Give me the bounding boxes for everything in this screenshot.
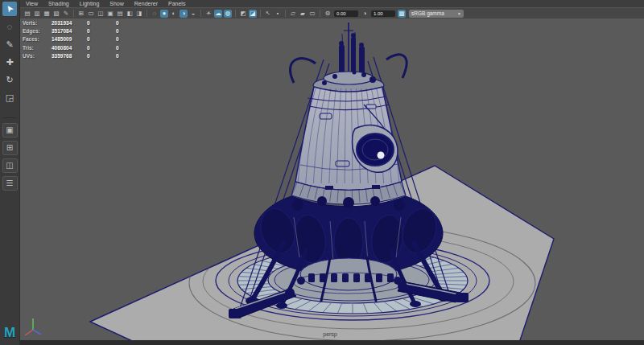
xray-icon[interactable]: ◪ [249,10,257,18]
maya-viewport-window: persp Verts:203193400Edges:351708400Face… [0,0,644,345]
hud-other: 0 [116,45,145,51]
menu-item-panels[interactable]: Panels [168,0,185,7]
hud-value: 2031934 [52,20,87,26]
window-bottom-edge [0,340,644,345]
hud-row-uvs: UVs:335976800 [23,51,145,60]
move-tool-glyph: ✚ [6,57,13,67]
select-tool-glyph: ➤ [2,2,18,16]
duplicate-layer-icon[interactable]: ▱ [289,10,297,18]
rotate-tool-glyph: ↻ [6,75,13,84]
gamma-field[interactable]: 1.00 [371,10,395,17]
hud-row-faces: Faces:148500900 [23,35,145,43]
hud-other: 0 [116,20,145,26]
layout-four-pane[interactable]: ⊞ [2,141,18,155]
hud-value: 3517084 [52,28,87,34]
hud-value: 4060804 [52,45,87,51]
tool-box-sidebar: ➤◌✎✚↻◲ ▣⊞◫☰ M [0,0,20,345]
menu-item-show[interactable]: Show [109,0,124,7]
lasso-select-tool[interactable]: ◌ [2,19,17,34]
gate-mask-icon[interactable]: ▣ [106,10,114,18]
lasso-select-tool-glyph: ◌ [7,22,13,31]
grid-display-icon[interactable]: ⊞ [77,10,85,18]
hud-other: 0 [116,28,145,34]
hud-value: 1485009 [52,36,87,42]
textured-mode-icon[interactable]: ◐ [170,10,178,18]
hud-sel: 0 [87,36,116,42]
menu-item-renderer[interactable]: Renderer [134,0,158,7]
film-gate-icon[interactable]: ▭ [87,10,95,18]
toolbar-separator [200,10,201,17]
default-material-icon[interactable]: ◑ [180,10,188,18]
hud-row-verts: Verts:203193400 [23,18,145,27]
layout-single-pane[interactable]: ▣ [2,123,18,138]
image-icon[interactable]: ▭ [308,10,316,18]
toolbar-separator [320,10,320,17]
hud-sel: 0 [87,45,116,51]
image-plane-icon[interactable]: ▦ [43,10,51,18]
toolbar-separator [73,10,74,17]
chevron-down-icon: ▼ [457,11,461,16]
hud-row-tris: Tris:406080400 [23,43,145,51]
move-tool[interactable]: ✚ [2,55,17,69]
pan-zoom-icon[interactable]: ▧ [52,10,60,18]
use-all-lights-icon[interactable]: ☀ [204,10,213,18]
hud-row-edges: Edges:351708400 [23,27,145,35]
hud-other: 0 [116,36,145,42]
layout-two-pane[interactable]: ◫ [2,158,18,173]
toolbar-separator [260,10,261,17]
menu-item-lighting[interactable]: Lighting [80,0,100,7]
panel-menu-bar: ViewShadingLightingShowRendererPanels [19,0,644,7]
menu-item-view[interactable]: View [26,0,38,7]
lighting-mode-icon[interactable]: ◒ [189,10,197,18]
select-cursor-icon[interactable]: ↖ [264,10,272,18]
poly-count-hud: Verts:203193400Edges:351708400Faces:1485… [23,18,145,60]
hud-other: 0 [116,53,145,59]
toolbar-separator [285,10,286,17]
snap-icon[interactable]: ▪ [274,10,282,18]
view-transform-icon[interactable]: ▩ [398,10,406,18]
field-chart-icon[interactable]: ▤ [116,10,124,18]
paint-select-tool-glyph: ✎ [6,39,13,49]
toolbar-separator [147,10,147,17]
gamma-icon[interactable]: ◑ [361,10,369,18]
select-tool[interactable]: ➤ [2,2,17,16]
wireframe-mode-icon[interactable]: ◌ [151,10,159,18]
safe-title-icon[interactable]: ◨ [135,10,143,18]
panel-toolbar: ▤▥▦▧✎⊞▭◫▣▤◧◨◌●◐◑◒☀☁◍◩◪↖▪▱▰▭ ⚙ 0.00 ◑ 1.0… [19,7,644,18]
exposure-icon[interactable]: ⚙ [324,10,332,18]
grease-pencil-icon[interactable]: ✎ [62,10,70,18]
hud-label: Tris: [23,45,52,51]
rotate-tool[interactable]: ↻ [2,72,17,87]
paint-select-tool[interactable]: ✎ [2,37,17,51]
toolbox-separator [3,117,16,118]
resolution-gate-icon[interactable]: ◫ [97,10,105,18]
capsule-body [295,87,402,191]
hud-label: Faces: [23,36,52,42]
menu-item-shading[interactable]: Shading [48,0,69,7]
hud-value: 3359768 [52,53,87,59]
exposure-field[interactable]: 0.00 [334,10,358,17]
camera-label: persp [302,331,358,337]
isolate-select-icon[interactable]: ◩ [239,10,247,18]
shaded-mode-icon[interactable]: ● [160,10,168,18]
toolbar-separator [235,10,236,17]
colorspace-dropdown[interactable]: sRGB gamma ▼ [409,10,464,18]
hud-label: UVs: [23,53,52,59]
colorspace-value: sRGB gamma [411,10,452,16]
safe-action-icon[interactable]: ◧ [126,10,134,18]
hud-sel: 0 [87,53,116,59]
camera-bookmark-icon[interactable]: ▥ [33,10,41,18]
layout-outliner-pane[interactable]: ☰ [2,176,18,191]
hud-label: Verts: [23,20,52,26]
maya-logo: M [4,326,15,340]
scale-tool[interactable]: ◲ [2,90,17,105]
hud-sel: 0 [87,28,116,34]
copy-layer-icon[interactable]: ▰ [299,10,307,18]
occlusion-icon[interactable]: ◍ [224,10,232,18]
camera-attributes-icon[interactable]: ▤ [23,10,31,18]
shadows-icon[interactable]: ☁ [214,10,222,18]
hud-sel: 0 [87,20,116,26]
scale-tool-glyph: ◲ [6,92,14,102]
hud-label: Edges: [23,28,52,34]
